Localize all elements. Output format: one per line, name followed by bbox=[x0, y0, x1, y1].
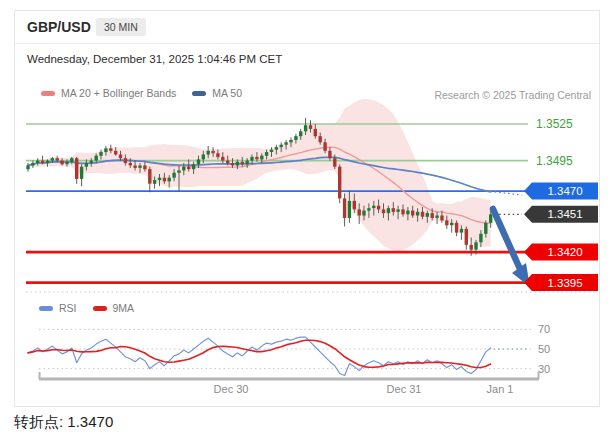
rsi-swatch-icon bbox=[39, 306, 53, 311]
page: GBP/USD 30 MIN Wednesday, December 31, 2… bbox=[0, 0, 615, 444]
chart-card: GBP/USD 30 MIN Wednesday, December 31, 2… bbox=[14, 10, 600, 407]
ma50-projection-dotted bbox=[495, 192, 522, 195]
rsi-tick-label-50: 50 bbox=[538, 343, 550, 355]
level-badge-label-1.3470: 1.3470 bbox=[547, 185, 582, 197]
rsi-tick-label-30: 30 bbox=[538, 363, 550, 375]
level-badge-label-1.3451: 1.3451 bbox=[547, 208, 582, 220]
pivot-point-label: 转折点: bbox=[14, 413, 63, 430]
rsi-tick-label-70: 70 bbox=[538, 323, 550, 335]
level-label-1.3525: 1.3525 bbox=[536, 117, 573, 131]
x-axis-label-dec31: Dec 31 bbox=[387, 383, 422, 395]
pivot-point-text: 转折点: 1.3470 bbox=[14, 413, 113, 432]
legend-item-9ma: 9MA bbox=[93, 302, 135, 314]
x-axis-label-dec30: Dec 30 bbox=[214, 383, 249, 395]
nine-ma-swatch-icon bbox=[93, 306, 107, 311]
nine-ma-legend-label: 9MA bbox=[113, 302, 135, 314]
level-label-1.3495: 1.3495 bbox=[536, 154, 573, 168]
level-badge-label-1.3395: 1.3395 bbox=[547, 277, 582, 289]
rsi-9ma-line bbox=[28, 340, 491, 367]
projection-arrow bbox=[493, 209, 520, 269]
legend-item-rsi: RSI bbox=[39, 302, 77, 314]
bollinger-band bbox=[28, 99, 491, 251]
pivot-point-value: 1.3470 bbox=[67, 413, 113, 430]
x-axis-label-jan1: Jan 1 bbox=[487, 383, 514, 395]
rsi-line bbox=[28, 337, 491, 375]
chart-canvas[interactable]: 1.35251.34951.34701.34511.34201.33957050… bbox=[15, 11, 599, 406]
rsi-legend-label: RSI bbox=[59, 302, 77, 314]
level-badge-label-1.3420: 1.3420 bbox=[547, 246, 582, 258]
rsi-legend: RSI 9MA bbox=[39, 302, 134, 314]
